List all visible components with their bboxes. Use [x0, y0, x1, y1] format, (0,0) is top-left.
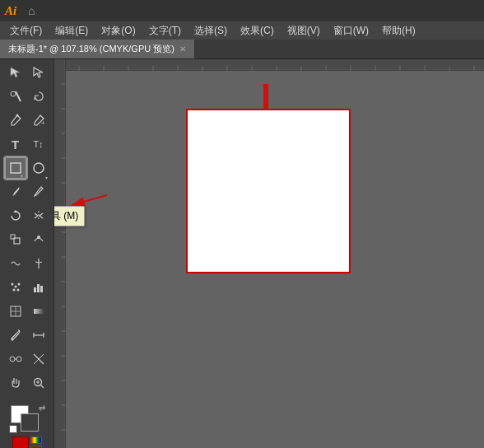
- tool-row-brush: [4, 180, 50, 203]
- main-layout: + T T↕ ▾ ▾: [0, 59, 484, 448]
- svg-point-16: [16, 289, 19, 292]
- svg-rect-18: [37, 284, 40, 292]
- svg-point-5: [34, 163, 44, 173]
- svg-point-29: [16, 357, 21, 362]
- ruler-vertical: [54, 59, 66, 448]
- svg-text:+: +: [41, 119, 45, 127]
- svg-rect-17: [34, 287, 36, 292]
- left-toolbar: + T T↕ ▾ ▾: [0, 59, 54, 448]
- scale-tool[interactable]: [4, 228, 27, 251]
- add-anchor-tool[interactable]: +: [27, 109, 50, 132]
- reset-colors-button[interactable]: [9, 425, 17, 433]
- canvas-area[interactable]: 矩形工具 (M): [54, 59, 484, 448]
- tool-row-mesh: [4, 300, 50, 323]
- menu-edit[interactable]: 编辑(E): [49, 21, 95, 40]
- color-section: ⇄ ✕ □ ⬛: [0, 400, 54, 448]
- swap-colors-button[interactable]: ⇄: [39, 404, 45, 413]
- gradient-tool[interactable]: [27, 300, 50, 323]
- touch-type-tool[interactable]: T↕: [27, 133, 50, 156]
- svg-point-1: [11, 91, 16, 96]
- tool-row-eyedropper: [4, 324, 50, 347]
- menu-bar: 文件(F) 编辑(E) 对象(O) 文字(T) 选择(S) 效果(C) 视图(V…: [0, 21, 484, 40]
- title-bar: Ai ⌂: [0, 0, 484, 21]
- hand-tool[interactable]: [4, 371, 27, 394]
- tab-close-button[interactable]: ✕: [179, 44, 186, 54]
- tool-row-shape: ▾ ▾: [4, 156, 50, 180]
- pencil-tool[interactable]: [27, 180, 50, 203]
- svg-point-10: [37, 236, 40, 239]
- color-swatch-red[interactable]: [12, 436, 29, 448]
- symbol-spray-tool[interactable]: [4, 276, 27, 299]
- magic-wand-tool[interactable]: [4, 85, 27, 108]
- svg-point-24: [11, 338, 13, 341]
- menu-effect[interactable]: 效果(C): [234, 21, 281, 40]
- svg-rect-23: [34, 309, 44, 314]
- warp-tool[interactable]: [4, 252, 27, 275]
- column-graph-tool[interactable]: [27, 276, 50, 299]
- text-tool[interactable]: T: [4, 133, 27, 156]
- tool-flyout-indicator: ▾: [21, 173, 24, 176]
- tab-document[interactable]: 未标题-1* @ 107.18% (CMYK/GPU 预览) ✕: [0, 40, 195, 58]
- slice-tool[interactable]: [27, 348, 50, 371]
- svg-rect-19: [40, 286, 43, 292]
- rotate-tool[interactable]: [4, 204, 27, 227]
- svg-rect-4: [11, 163, 21, 173]
- menu-help[interactable]: 帮助(H): [375, 21, 422, 40]
- eyedropper-tool[interactable]: [4, 324, 27, 347]
- tool-row-symbol: [4, 276, 50, 299]
- rectangle-tool-tooltip: 矩形工具 (M): [54, 206, 85, 226]
- svg-line-33: [40, 385, 44, 389]
- mesh-tool[interactable]: [4, 300, 27, 323]
- ai-logo: Ai: [5, 4, 16, 18]
- tab-bar: 未标题-1* @ 107.18% (CMYK/GPU 预览) ✕: [0, 40, 484, 59]
- rectangle-tool[interactable]: ▾: [4, 156, 27, 180]
- measure-tool[interactable]: [27, 324, 50, 347]
- tool-row-wand: [4, 85, 50, 108]
- ellipse-tool[interactable]: ▾: [27, 156, 50, 180]
- tool-row-pen: +: [4, 109, 50, 132]
- width-tool[interactable]: [27, 252, 50, 275]
- tool-row-selection: [4, 61, 50, 84]
- menu-select[interactable]: 选择(S): [188, 21, 234, 40]
- direct-selection-tool[interactable]: [27, 61, 50, 84]
- document-rectangle: [186, 109, 351, 273]
- lasso-tool[interactable]: [27, 85, 50, 108]
- svg-marker-6: [13, 210, 18, 212]
- tool-row-rotate: [4, 204, 50, 227]
- blend-tool[interactable]: [4, 348, 27, 371]
- svg-point-12: [11, 283, 13, 286]
- tool-row-warp: [4, 252, 50, 275]
- svg-point-14: [17, 283, 20, 286]
- zoom-tool[interactable]: [27, 371, 50, 394]
- ellipse-flyout-indicator: ▾: [45, 175, 49, 178]
- svg-line-73: [72, 195, 107, 205]
- menu-file[interactable]: 文件(F): [3, 21, 49, 40]
- svg-line-0: [16, 91, 21, 101]
- svg-point-28: [10, 357, 15, 362]
- home-icon[interactable]: ⌂: [23, 2, 40, 19]
- menu-view[interactable]: 视图(V): [281, 21, 327, 40]
- color-mode-color[interactable]: [30, 436, 42, 444]
- menu-window[interactable]: 窗口(W): [327, 21, 375, 40]
- svg-point-15: [12, 289, 15, 292]
- tool-row-text: T T↕: [4, 133, 50, 156]
- paintbrush-tool[interactable]: [4, 180, 27, 203]
- selection-tool[interactable]: [4, 61, 27, 84]
- reshape-tool[interactable]: [27, 228, 50, 251]
- tool-row-scale: [4, 228, 50, 251]
- tooltip-label: 矩形工具 (M): [54, 210, 78, 222]
- ruler-horizontal: [54, 59, 484, 71]
- arrow-shaft: [263, 84, 268, 109]
- tab-label: 未标题-1* @ 107.18% (CMYK/GPU 预览): [8, 43, 175, 55]
- tool-row-blend: [4, 348, 50, 371]
- tool-row-hand: [4, 371, 50, 394]
- svg-point-13: [14, 286, 16, 288]
- svg-point-2: [16, 114, 18, 117]
- reflect-tool[interactable]: [27, 204, 50, 227]
- menu-text[interactable]: 文字(T): [142, 21, 188, 40]
- stroke-swatch[interactable]: [21, 413, 39, 432]
- pen-tool[interactable]: [4, 109, 27, 132]
- menu-object[interactable]: 对象(O): [95, 21, 142, 40]
